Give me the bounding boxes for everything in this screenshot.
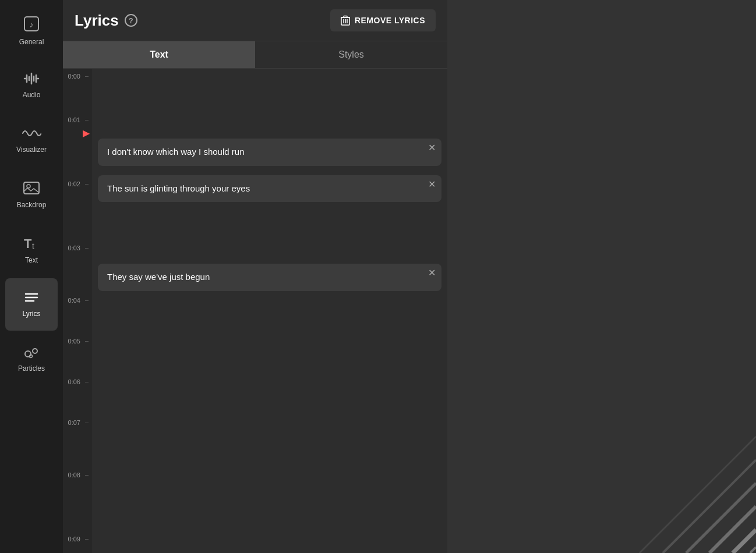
preview-diagonal-lines	[581, 378, 756, 553]
sidebar-item-particles[interactable]: Particles	[5, 333, 58, 385]
lyric-block-1: ✕The sun is glinting through your eyes	[98, 175, 441, 203]
lyrics-heading: Lyrics	[75, 12, 119, 30]
sidebar-item-lyrics[interactable]: Lyrics	[5, 278, 58, 331]
time-tick	[85, 382, 89, 382]
time-mark-008: 0:08	[63, 472, 92, 478]
time-mark-002: 0:02	[63, 181, 92, 187]
sidebar-item-backdrop[interactable]: Backdrop	[5, 169, 58, 221]
time-label: 0:03	[63, 245, 83, 251]
preview-panel	[447, 0, 756, 553]
sidebar-item-text[interactable]: T t Text	[5, 224, 58, 276]
time-mark-003: 0:03	[63, 245, 92, 251]
visualizer-icon	[22, 127, 41, 142]
tab-text[interactable]: Text	[63, 41, 255, 68]
svg-line-25	[663, 460, 756, 553]
time-tick	[85, 341, 89, 342]
lyric-close-button-0[interactable]: ✕	[428, 143, 436, 153]
lyric-close-button-2[interactable]: ✕	[428, 268, 436, 278]
time-mark-009: 0:09	[63, 536, 92, 543]
sidebar-item-visualizer[interactable]: Visualizer	[5, 114, 58, 166]
lyrics-track[interactable]: ✕I don't know which way I should run✕The…	[92, 69, 447, 553]
particles-icon	[23, 346, 40, 361]
sidebar-item-audio[interactable]: Audio	[5, 59, 58, 112]
time-tick	[85, 248, 89, 249]
lyric-text-0: I don't know which way I should run	[107, 147, 245, 157]
svg-line-27	[709, 506, 756, 553]
sidebar: ♪ General Audio Visualizer	[0, 0, 63, 553]
time-mark-007: 0:07	[63, 420, 92, 426]
time-label: 0:05	[63, 338, 83, 345]
svg-text:t: t	[32, 242, 34, 250]
time-label: 0:01	[63, 117, 83, 123]
time-label: 0:02	[63, 181, 83, 187]
time-mark-001: 0:01	[63, 117, 92, 123]
time-tick	[85, 300, 89, 301]
sidebar-item-text-label: Text	[25, 256, 38, 264]
remove-lyrics-label: REMOVE LYRICS	[355, 16, 425, 25]
backdrop-icon	[23, 181, 40, 197]
play-marker: ▶	[83, 129, 90, 138]
lyric-text-2: They say we've just begun	[107, 272, 210, 282]
svg-line-24	[640, 437, 756, 553]
time-label: 0:08	[63, 472, 83, 478]
svg-text:♪: ♪	[30, 20, 34, 29]
time-label: 0:04	[63, 297, 83, 304]
sidebar-item-general-label: General	[19, 38, 44, 46]
time-mark-004: 0:04	[63, 297, 92, 304]
time-mark-000: 0:00	[63, 73, 92, 80]
time-tick	[85, 539, 89, 540]
time-tick	[85, 120, 89, 120]
time-tick	[85, 184, 89, 185]
sidebar-item-particles-label: Particles	[18, 364, 45, 373]
sidebar-item-general[interactable]: ♪ General	[5, 5, 58, 57]
time-tick	[85, 76, 89, 77]
time-label: 0:00	[63, 73, 83, 80]
sidebar-item-visualizer-label: Visualizer	[16, 146, 47, 154]
lyric-close-button-1[interactable]: ✕	[428, 180, 436, 189]
tab-styles[interactable]: Styles	[255, 41, 447, 68]
timeline-container: 0:000:010:020:030:040:050:060:070:080:09…	[63, 69, 447, 553]
music-note-icon: ♪	[23, 16, 40, 34]
lyric-spacer-0	[98, 98, 441, 139]
lyrics-title: Lyrics ?	[75, 12, 137, 30]
time-ruler: 0:000:010:020:030:040:050:060:070:080:09…	[63, 69, 92, 553]
time-tick	[85, 423, 89, 423]
svg-point-16	[25, 351, 31, 357]
time-mark-005: 0:05	[63, 338, 92, 345]
time-mark-006: 0:06	[63, 379, 92, 385]
time-tick	[85, 475, 89, 476]
time-label: 0:06	[63, 379, 83, 385]
svg-text:T: T	[24, 236, 32, 250]
svg-point-18	[30, 355, 33, 358]
remove-lyrics-button[interactable]: REMOVE LYRICS	[330, 9, 436, 31]
svg-rect-9	[24, 182, 39, 194]
sidebar-item-lyrics-label: Lyrics	[23, 310, 41, 318]
audio-icon	[23, 72, 40, 87]
lyric-block-0: ✕I don't know which way I should run	[98, 139, 441, 166]
svg-point-17	[33, 349, 37, 353]
trash-icon	[341, 15, 350, 26]
panel-header: Lyrics ? REMOVE LYRICS	[63, 0, 447, 41]
time-label: 0:07	[63, 420, 83, 426]
lyric-text-1: The sun is glinting through your eyes	[107, 183, 250, 193]
time-label: 0:09	[63, 536, 83, 543]
lyric-block-2: ✕They say we've just begun	[98, 264, 441, 291]
sidebar-item-backdrop-label: Backdrop	[17, 201, 47, 209]
help-icon[interactable]: ?	[125, 14, 137, 27]
lyrics-icon	[23, 291, 40, 306]
tabs: Text Styles	[63, 41, 447, 69]
text-icon: T t	[23, 235, 40, 253]
lyric-spacer-2	[98, 205, 441, 264]
sidebar-item-audio-label: Audio	[23, 91, 41, 99]
main-panel: Lyrics ? REMOVE LYRICS Text Styles	[63, 0, 447, 553]
lyric-spacer-1	[98, 169, 441, 175]
svg-line-29	[750, 547, 756, 553]
